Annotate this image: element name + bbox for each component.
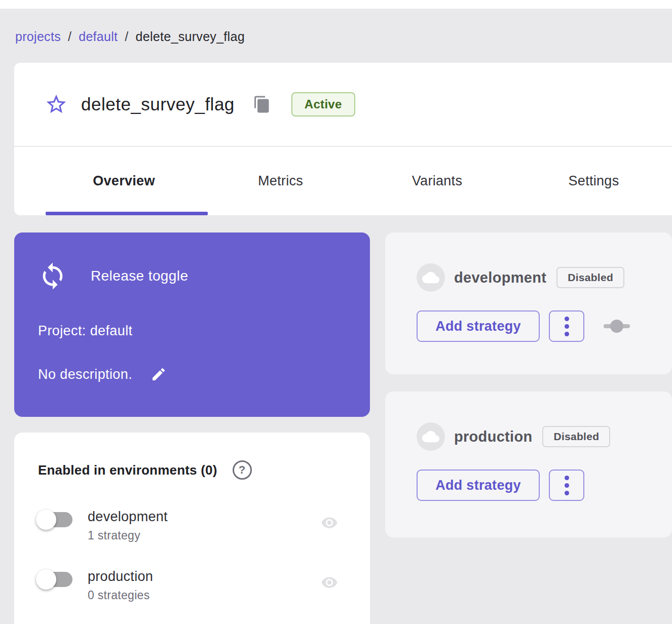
description-text: No description. [38, 367, 132, 382]
environment-labels: development 1 strategy [88, 509, 318, 542]
environment-strategy-count: 0 strategies [88, 589, 318, 602]
more-actions-button[interactable] [549, 310, 584, 342]
eye-icon [318, 574, 341, 591]
description-row: No description. [38, 366, 346, 382]
kebab-icon [565, 476, 569, 480]
breadcrumb-separator: / [68, 29, 71, 44]
toggle-info-card: Release toggle Project: default No descr… [14, 232, 370, 417]
add-strategy-button[interactable]: Add strategy [417, 470, 540, 501]
page-title: delete_survey_flag [81, 94, 235, 114]
environment-avatar [417, 263, 445, 292]
environment-card-development: development Disabled Add strategy [385, 232, 672, 374]
enabled-environments-card: Enabled in environments (0) ? developmen… [14, 433, 370, 624]
visibility-button[interactable] [318, 514, 341, 531]
main-content: Release toggle Project: default No descr… [14, 232, 672, 624]
edit-description-button[interactable] [151, 366, 167, 382]
environment-card-production: production Disabled Add strategy [385, 392, 672, 537]
loop-arrows-icon [38, 261, 67, 291]
project-label: Project: default [38, 323, 346, 339]
toggle-type-label: Release toggle [91, 268, 188, 284]
tab-variants[interactable]: Variants [359, 147, 515, 215]
environment-card-header: production Disabled [417, 422, 672, 451]
development-toggle[interactable] [38, 512, 77, 527]
environment-row-production: production 0 strategies [38, 569, 346, 602]
more-actions-button[interactable] [549, 470, 584, 501]
status-badge: Active [291, 92, 355, 116]
environment-row-development: development 1 strategy [38, 509, 346, 542]
breadcrumb-separator: / [125, 29, 128, 44]
enabled-environments-title: Enabled in environments (0) [38, 462, 217, 478]
flag-header-card: delete_survey_flag Active [14, 63, 672, 146]
right-column: development Disabled Add strategy [385, 232, 672, 624]
environment-card-actions: Add strategy [417, 310, 672, 342]
toggle-thumb [36, 569, 56, 590]
environment-strategy-count: 1 strategy [88, 529, 318, 542]
environment-name: production [88, 569, 318, 584]
star-outline-icon [45, 93, 68, 116]
environment-card-actions: Add strategy [417, 470, 672, 501]
left-column: Release toggle Project: default No descr… [14, 232, 370, 624]
breadcrumb-current: delete_survey_flag [136, 29, 245, 44]
environment-card-header: development Disabled [417, 263, 672, 292]
cloud-icon [422, 269, 439, 286]
toggle-type-header: Release toggle [38, 261, 346, 291]
environment-card-name: development [454, 269, 546, 286]
active-tab-indicator [46, 212, 208, 215]
kebab-icon [565, 317, 569, 321]
enabled-environments-header: Enabled in environments (0) ? [38, 460, 346, 480]
help-icon[interactable]: ? [233, 460, 252, 480]
pencil-icon [151, 366, 167, 382]
environment-status-chip: Disabled [542, 426, 610, 447]
breadcrumb-link-projects[interactable]: projects [15, 29, 61, 44]
copy-icon [253, 95, 271, 113]
tab-bar: Overview Metrics Variants Settings [14, 146, 672, 215]
copy-name-button[interactable] [253, 95, 271, 113]
breadcrumb-link-default[interactable]: default [79, 29, 118, 44]
tab-metrics[interactable]: Metrics [202, 147, 359, 215]
visibility-button[interactable] [318, 574, 341, 591]
breadcrumb: projects / default / delete_survey_flag [0, 9, 672, 44]
cloud-icon [422, 428, 439, 445]
environment-labels: production 0 strategies [88, 569, 318, 602]
commit-slider-icon [604, 320, 630, 333]
tab-overview[interactable]: Overview [46, 147, 202, 215]
add-strategy-button[interactable]: Add strategy [417, 310, 540, 342]
environment-name: development [88, 509, 318, 525]
environment-avatar [417, 422, 445, 451]
toggle-thumb [36, 510, 56, 530]
tab-settings[interactable]: Settings [515, 147, 672, 215]
environment-card-name: production [454, 428, 532, 445]
production-toggle[interactable] [38, 572, 77, 587]
environment-status-chip: Disabled [556, 267, 624, 288]
top-strip [0, 0, 672, 9]
eye-icon [318, 514, 341, 531]
favorite-star-icon[interactable] [45, 93, 68, 116]
